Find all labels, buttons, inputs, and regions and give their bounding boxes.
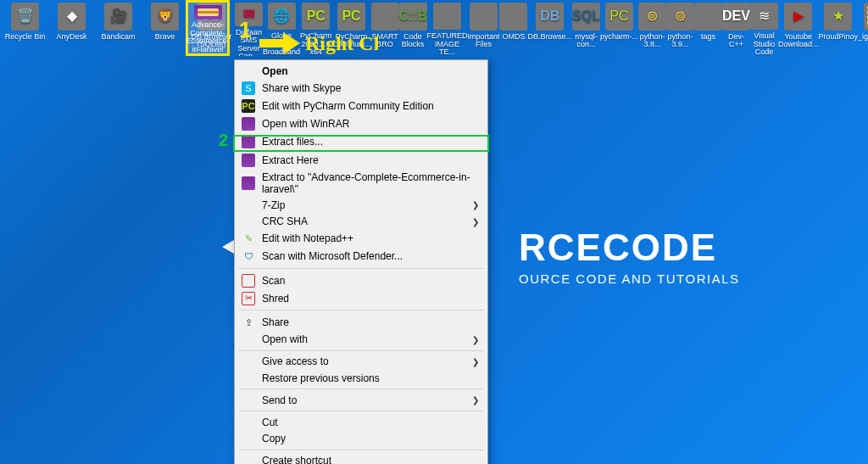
vscode-icon: ≋	[750, 3, 778, 30]
context-menu-pointer-icon	[222, 240, 234, 254]
icon-bandicam[interactable]: 🎥Bandicam	[95, 0, 142, 56]
menu-separator	[238, 389, 484, 389]
winrar-icon	[242, 135, 255, 148]
icon-omds[interactable]: OMDS	[499, 0, 527, 56]
svg-rect-0	[259, 39, 283, 48]
menu-edit-pycharm[interactable]: PCEdit with PyCharm Community Edition	[236, 97, 486, 115]
skype-icon: S	[242, 81, 255, 95]
anydesk-icon: ◆	[58, 3, 86, 31]
icon-python38[interactable]: ⊚python-3.8...	[638, 0, 666, 56]
devcpp-icon: DEV	[722, 3, 750, 31]
menu-separator	[238, 450, 484, 450]
menu-defender[interactable]: 🛡Scan with Microsoft Defender...	[236, 248, 486, 266]
menu-extract-here[interactable]: Extract Here	[236, 151, 486, 169]
youtube-icon: ▶	[784, 3, 812, 31]
share-icon: ⇪	[242, 316, 255, 329]
python-icon: ⊚	[666, 3, 694, 31]
db-file-icon: DB	[536, 3, 564, 31]
menu-send-to[interactable]: Send to❯	[236, 392, 486, 408]
icon-mysql[interactable]: SQLmysql-con...	[572, 0, 600, 56]
icon-python39[interactable]: ⊚python-3.9...	[666, 0, 694, 56]
icon-pycharm-installer[interactable]: PCpycharm-...	[600, 0, 638, 56]
brave-icon: 🦁	[151, 3, 179, 31]
icon-codeblocks[interactable]: C::BCode Blocks	[399, 0, 427, 56]
wallpaper-brand: RCECODE OURCE CODE AND TUTORIALS	[519, 229, 740, 286]
menu-share[interactable]: ⇪Share	[236, 313, 486, 331]
annotation-step1-number: 1	[239, 17, 252, 42]
document-icon	[694, 3, 722, 31]
pycharm-icon: PC	[242, 99, 255, 113]
folder-icon	[470, 3, 498, 31]
folder-icon	[499, 3, 527, 31]
icon-target-archive[interactable]: Advance-Complete-Ecommerce-in-laravel	[186, 0, 230, 56]
globe-tattoo-icon: 🌐	[268, 3, 296, 30]
menu-copy[interactable]: Copy	[236, 431, 486, 447]
menu-separator	[238, 350, 484, 351]
annotation-step1: 1	[239, 17, 257, 43]
menu-extract-files[interactable]: Extract files...	[236, 133, 486, 151]
icon-devcpp[interactable]: DEVDev-C++	[722, 0, 750, 56]
annotation-step2-number: 2	[219, 131, 228, 150]
annotation-step1-label: Right Click	[305, 32, 378, 54]
menu-share-skype[interactable]: SShare with Skype	[236, 79, 486, 97]
folder-icon	[433, 3, 461, 30]
menu-separator	[238, 268, 484, 269]
chevron-right-icon: ❯	[472, 335, 479, 344]
menu-shred[interactable]: ✂Shred	[236, 289, 486, 307]
icon-anydesk[interactable]: ◆AnyDesk	[48, 0, 95, 56]
shred-icon: ✂	[242, 292, 255, 305]
icon-vscode[interactable]: ≋Visual Studio Code	[750, 0, 778, 56]
defender-icon: 🛡	[242, 249, 255, 263]
icon-youtube-dl[interactable]: ▶Youtube Download...	[778, 0, 819, 56]
menu-restore[interactable]: Restore previous versions	[236, 370, 486, 386]
bandicam-icon: 🎥	[104, 3, 132, 31]
desktop[interactable]: 🗑️Recycle Bin ◆AnyDesk 🎥Bandicam 🦁Brave …	[2, 0, 868, 56]
menu-open[interactable]: Open	[236, 63, 486, 79]
menu-separator	[238, 411, 484, 411]
menu-cut[interactable]: Cut	[236, 414, 486, 430]
wallpaper-title: RCECODE	[519, 229, 740, 266]
chevron-right-icon: ❯	[472, 217, 479, 226]
menu-open-with[interactable]: Open with❯	[236, 332, 486, 348]
winrar-icon	[242, 176, 255, 190]
pycharm-icon: PC	[302, 3, 330, 30]
recycle-bin-icon: 🗑️	[11, 3, 39, 31]
menu-crc[interactable]: CRC SHA❯	[236, 214, 486, 230]
icon-tags[interactable]: tags	[694, 0, 722, 56]
context-menu: Open SShare with Skype PCEdit with PyCha…	[234, 59, 488, 464]
icon-recycle-bin[interactable]: 🗑️Recycle Bin	[2, 0, 48, 56]
proudpinoy-icon: ★	[824, 3, 852, 31]
svg-marker-1	[283, 32, 300, 54]
icon-important[interactable]: Important Files	[467, 0, 499, 56]
menu-scan[interactable]: Scan	[236, 271, 486, 289]
wallpaper-subtitle: OURCE CODE AND TUTORIALS	[519, 271, 740, 286]
rar-icon	[194, 5, 222, 20]
smartbro-icon	[371, 3, 399, 31]
menu-create-shortcut[interactable]: Create shortcut	[236, 453, 486, 464]
menu-extract-to[interactable]: Extract to "Advance-Complete-Ecommerce-i…	[236, 169, 486, 197]
menu-open-winrar[interactable]: Open with WinRAR	[236, 115, 486, 133]
pycharm-installer-icon: PC	[605, 3, 633, 31]
chevron-right-icon: ❯	[472, 395, 479, 405]
icon-brave[interactable]: 🦁Brave	[142, 0, 188, 56]
menu-notepadpp[interactable]: ✎Edit with Notepad++	[236, 230, 486, 248]
winrar-icon	[242, 117, 255, 131]
icon-dbbrowse-file[interactable]: DBDB.Browse...	[527, 0, 572, 56]
annotation-arrow-icon: Right Click	[259, 31, 378, 58]
menu-give-access[interactable]: Give access to❯	[236, 354, 486, 370]
scan-icon	[242, 274, 255, 288]
menu-7zip[interactable]: 7-Zip❯	[236, 197, 486, 213]
rar-icon	[864, 3, 868, 31]
winrar-icon	[242, 154, 255, 167]
menu-separator	[238, 310, 484, 310]
chevron-right-icon: ❯	[472, 200, 479, 210]
pycharm-comm-icon: PC	[337, 3, 365, 31]
target-icon-label: Advance-Complete-Ecommerce-in-laravel	[186, 21, 230, 53]
icon-proudpinoy[interactable]: ★ProudPinoy	[819, 0, 859, 56]
icon-igetintop1[interactable]: _igetintop...	[858, 0, 868, 56]
notepadpp-icon: ✎	[242, 232, 255, 245]
chevron-right-icon: ❯	[472, 357, 479, 366]
codeblocks-icon: C::B	[399, 3, 427, 31]
icon-featured[interactable]: FEATURED IMAGE TE...	[427, 0, 468, 56]
mysql-icon: SQL	[572, 3, 600, 31]
